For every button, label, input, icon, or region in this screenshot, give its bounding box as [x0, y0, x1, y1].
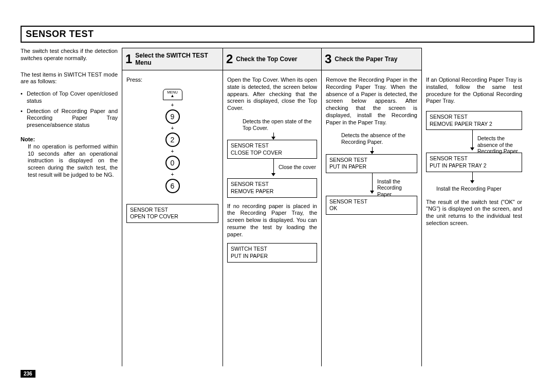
digit-key-icon: 9 — [165, 109, 180, 124]
step2-text2: If no recording paper is placed in the R… — [227, 203, 317, 238]
step-title: Check the Paper Tray — [335, 55, 397, 63]
items-intro: The test items in SWITCH TEST mode are a… — [21, 71, 118, 86]
col4-text2: The result of the switch test ("OK" or "… — [426, 199, 522, 227]
digit-key-icon: 6 — [165, 179, 180, 193]
column-step1: 1 Select the SWITCH TEST Menu Press: MEN… — [122, 48, 223, 366]
col4-text1: If an Optional Recording Paper Tray is i… — [426, 77, 522, 105]
caption: Install the Recording Paper — [436, 185, 522, 192]
main-title-box: SENSOR TEST — [21, 26, 534, 43]
bullet-list: •Detection of Top Cover open/closed stat… — [21, 90, 118, 129]
plus-icon: + — [126, 102, 218, 108]
column-step2: 2 Check the Top Cover Open the Top Cover… — [223, 48, 322, 366]
bullet-item: •Detection of Top Cover open/closed stat… — [21, 90, 118, 105]
caption: Detects the absence of the Recording Pap… — [341, 132, 417, 145]
plus-icon: + — [126, 125, 218, 131]
step-title: Select the SWITCH TEST Menu — [135, 52, 219, 67]
step3-flow: Detects the absence of the Recording Pap… — [326, 131, 417, 215]
screen-display: SENSOR TEST OK — [326, 196, 417, 215]
screen-display: SWITCH TEST PUT IN PAPER — [227, 243, 317, 262]
plus-icon: + — [126, 172, 218, 177]
step-title: Check the Top Cover — [236, 55, 297, 63]
digit-key-icon: 2 — [165, 133, 180, 147]
step2-text1: Open the Top Cover. When its open state … — [227, 77, 317, 112]
step-number: 1 — [125, 52, 132, 66]
key-sequence: MENU▲ + 9 + 2 + 0 + 6 — [126, 89, 218, 194]
note-label: Note: — [21, 136, 118, 142]
menu-key-icon: MENU▲ — [163, 89, 182, 100]
caption: Detects the absence of the Recording Pap… — [477, 135, 522, 155]
note-body: If no operation is performed within 10 s… — [28, 143, 118, 179]
intro-text: The switch test checks if the detection … — [21, 48, 118, 62]
step1-header: 1 Select the SWITCH TEST Menu — [122, 48, 223, 70]
col4-flow: SENSOR TEST REMOVE PAPER TRAY 2 Detects … — [426, 110, 522, 192]
step3-header: 3 Check the Paper Tray — [321, 48, 422, 70]
screen-display: SENSOR TEST OPEN TOP COVER — [126, 204, 218, 223]
column-continuation: If an Optional Recording Paper Tray is i… — [422, 48, 522, 366]
digit-key-icon: 0 — [165, 156, 180, 170]
triangle-up-icon: ▲ — [171, 94, 175, 98]
caption: Install the Recording Paper — [377, 178, 417, 198]
step3-text1: Remove the Recording Paper in the Record… — [326, 77, 417, 126]
step2-header: 2 Check the Top Cover — [223, 48, 322, 70]
column-step3: 3 Check the Paper Tray Remove the Record… — [322, 48, 422, 366]
step2-flow: Detects the open state of the Top Cover.… — [227, 117, 317, 198]
page-number-badge: 236 — [21, 370, 35, 378]
content-columns: The switch test checks if the detection … — [21, 48, 534, 366]
plus-icon: + — [126, 148, 218, 154]
caption: Close the cover — [279, 164, 316, 170]
screen-display: SENSOR TEST PUT IN PAPER TRAY 2 — [426, 153, 522, 172]
screen-display: SENSOR TEST REMOVE PAPER — [227, 178, 317, 197]
screen-display: SENSOR TEST REMOVE PAPER TRAY 2 — [426, 111, 522, 130]
column-intro: The switch test checks if the detection … — [21, 48, 122, 366]
step-number: 3 — [325, 52, 331, 66]
press-label: Press: — [126, 77, 218, 84]
step-number: 2 — [226, 52, 233, 66]
caption: Detects the open state of the Top Cover. — [243, 118, 317, 132]
main-title: SENSOR TEST — [26, 29, 529, 40]
bullet-item: •Detection of Recording Paper and Record… — [21, 108, 118, 129]
screen-display: SENSOR TEST PUT IN PAPER — [326, 154, 417, 173]
screen-display: SENSOR TEST CLOSE TOP COVER — [227, 140, 317, 159]
